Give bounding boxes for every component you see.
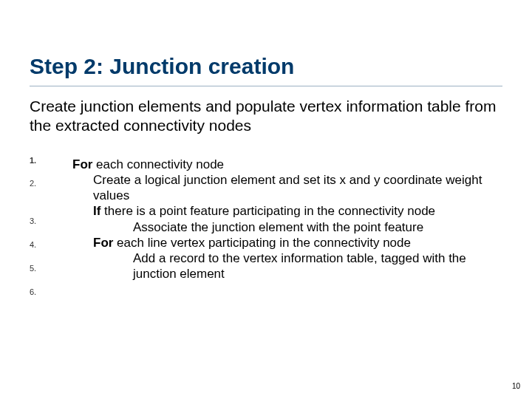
algo-text: each line vertex participating in the co… xyxy=(113,236,411,250)
slide-title: Step 2: Junction creation xyxy=(30,53,502,80)
algo-line-2: Create a logical junction element and se… xyxy=(72,172,502,204)
keyword-if: If xyxy=(93,204,100,218)
algo-line-5: For each line vertex participating in th… xyxy=(72,235,502,250)
keyword-for: For xyxy=(93,236,113,250)
line-number: 1. xyxy=(30,157,52,165)
algo-line-6: Add a record to the vertex information t… xyxy=(72,250,502,282)
slide-subtitle: Create junction elements and populate ve… xyxy=(30,97,502,136)
algo-line-1: For each connectivity node xyxy=(72,157,502,172)
title-rule xyxy=(30,86,502,86)
algorithm-block: 1. 2. 3. 4. 5. 6. For each connectivity … xyxy=(30,157,502,296)
line-number: 3. xyxy=(30,217,52,225)
line-number: 5. xyxy=(30,265,52,273)
algo-line-3: If there is a point feature participatin… xyxy=(72,203,502,219)
line-number: 4. xyxy=(30,241,52,249)
line-numbers: 1. 2. 3. 4. 5. 6. xyxy=(30,157,52,296)
keyword-for: For xyxy=(72,157,92,171)
slide: Step 2: Junction creation Create junctio… xyxy=(0,0,532,399)
algo-text: each connectivity node xyxy=(92,157,224,171)
line-number: 6. xyxy=(30,288,52,296)
line-number: 2. xyxy=(30,180,52,188)
algo-line-4: Associate the junction element with the … xyxy=(72,219,502,235)
algo-text: there is a point feature participating i… xyxy=(100,204,435,218)
algorithm-text: For each connectivity node Create a logi… xyxy=(72,157,502,296)
page-number: 10 xyxy=(512,382,520,390)
